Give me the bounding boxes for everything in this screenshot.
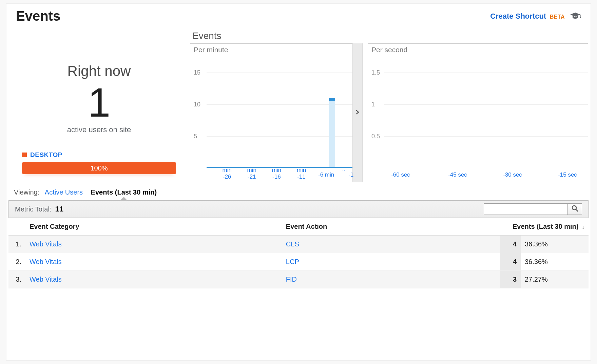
xtick: .. bbox=[342, 165, 345, 172]
svg-point-2 bbox=[572, 206, 576, 210]
device-percent-bar: 100% bbox=[22, 162, 176, 174]
event-category-cell[interactable]: Web Vitals bbox=[25, 271, 282, 288]
col-event-category[interactable]: Event Category bbox=[25, 218, 282, 236]
col-events-last-30[interactable]: Events (Last 30 min) ↓ bbox=[500, 218, 589, 236]
svg-rect-0 bbox=[580, 15, 581, 17]
right-now-title: Right now bbox=[16, 63, 182, 79]
page-title: Events bbox=[16, 8, 60, 24]
table-row: 2.Web VitalsLCP436.36% bbox=[8, 253, 589, 271]
device-percent-value: 100% bbox=[90, 164, 108, 172]
table-row: 1.Web VitalsCLS436.36% bbox=[8, 236, 589, 253]
table-search-input[interactable] bbox=[484, 203, 568, 215]
create-shortcut-link[interactable]: Create Shortcut bbox=[490, 12, 546, 20]
event-action-cell[interactable]: FID bbox=[282, 271, 500, 288]
xtick: min-26 bbox=[222, 167, 231, 180]
tab-active-users[interactable]: Active Users bbox=[45, 188, 83, 196]
active-users-subtitle: active users on site bbox=[16, 125, 182, 134]
device-desktop-label[interactable]: DESKTOP bbox=[30, 151, 62, 159]
row-index: 2. bbox=[8, 253, 25, 271]
xtick: min-11 bbox=[297, 167, 306, 180]
metric-total-bar: Metric Total: 11 bbox=[8, 200, 589, 218]
svg-point-1 bbox=[580, 17, 581, 18]
ytick: 1.5 bbox=[371, 69, 380, 76]
xtick: -6 min bbox=[318, 171, 334, 178]
event-count-cell: 3 bbox=[500, 271, 521, 288]
row-index: 3. bbox=[8, 271, 25, 288]
ytick: 5 bbox=[194, 133, 197, 140]
chart-expand-toggle[interactable] bbox=[356, 109, 359, 116]
per-second-label: Per second bbox=[368, 43, 588, 56]
ytick: 1 bbox=[371, 101, 375, 108]
sort-descending-icon: ↓ bbox=[582, 224, 584, 230]
per-minute-chart: Per minute 15 10 5 bbox=[190, 43, 352, 182]
event-percent-cell: 36.36% bbox=[521, 253, 589, 271]
xtick: -1 bbox=[348, 171, 353, 178]
xtick: min-16 bbox=[272, 167, 281, 180]
event-category-cell[interactable]: Web Vitals bbox=[25, 236, 282, 253]
metric-total-label: Metric Total: bbox=[15, 205, 51, 213]
xtick: -45 sec bbox=[448, 171, 467, 178]
event-count-cell: 4 bbox=[500, 236, 521, 253]
ytick: 15 bbox=[194, 69, 200, 76]
table-row: 3.Web VitalsFID327.27% bbox=[8, 271, 589, 288]
viewing-label: Viewing: bbox=[14, 188, 39, 196]
events-charts-title: Events bbox=[190, 31, 588, 41]
beta-badge: BETA bbox=[550, 14, 565, 20]
event-category-cell[interactable]: Web Vitals bbox=[25, 253, 282, 271]
col-event-action[interactable]: Event Action bbox=[282, 218, 500, 236]
xtick: -60 sec bbox=[391, 171, 410, 178]
xtick: min-21 bbox=[247, 167, 256, 180]
ytick: 10 bbox=[194, 101, 200, 108]
graduation-cap-icon[interactable] bbox=[570, 12, 581, 21]
table-search-button[interactable] bbox=[568, 203, 582, 215]
device-swatch bbox=[22, 153, 27, 157]
active-users-count: 1 bbox=[16, 82, 182, 123]
event-action-cell[interactable]: LCP bbox=[282, 253, 500, 271]
svg-line-3 bbox=[576, 209, 578, 211]
metric-total-value: 11 bbox=[55, 205, 63, 213]
event-percent-cell: 36.36% bbox=[521, 236, 589, 253]
xtick: -30 sec bbox=[503, 171, 522, 178]
event-count-cell: 4 bbox=[500, 253, 521, 271]
event-action-cell[interactable]: CLS bbox=[282, 236, 500, 253]
per-second-chart: Per second 1.5 1 0.5 -60 sec -45 sec -30… bbox=[368, 43, 588, 182]
right-now-panel: Right now 1 active users on site DESKTOP… bbox=[16, 31, 182, 182]
xtick: -15 sec bbox=[558, 171, 577, 178]
events-table: Event Category Event Action Events (Last… bbox=[8, 218, 589, 288]
per-minute-label: Per minute bbox=[190, 43, 352, 56]
row-index: 1. bbox=[8, 236, 25, 253]
ytick: 0.5 bbox=[371, 133, 380, 140]
event-percent-cell: 27.27% bbox=[521, 271, 589, 288]
tab-events-last-30[interactable]: Events (Last 30 min) bbox=[91, 188, 157, 196]
search-icon bbox=[572, 205, 578, 213]
